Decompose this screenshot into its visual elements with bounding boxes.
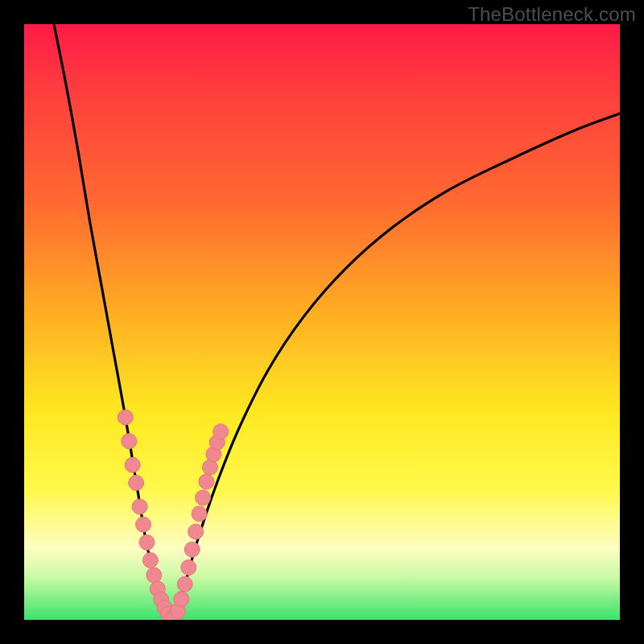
data-marker	[177, 576, 192, 592]
data-marker	[118, 410, 133, 425]
data-marker	[147, 568, 162, 583]
data-marker	[132, 499, 147, 514]
data-marker	[142, 553, 158, 568]
plot-area	[24, 24, 620, 620]
chart-frame: TheBottleneck.com	[0, 0, 644, 644]
data-marker	[199, 474, 214, 489]
data-marker	[122, 434, 137, 449]
data-marker	[181, 559, 196, 575]
data-marker	[129, 475, 144, 490]
left_curve	[54, 24, 173, 620]
data-marker	[213, 424, 229, 440]
data-marker	[136, 517, 151, 532]
curve-layer	[24, 24, 620, 620]
data-marker	[139, 535, 155, 550]
data-marker	[196, 490, 211, 506]
right_curve	[173, 114, 620, 620]
data-marker	[184, 542, 200, 557]
watermark-text: TheBottleneck.com	[468, 3, 636, 26]
data-marker	[125, 457, 140, 473]
data-marker	[188, 524, 204, 539]
data-marker	[192, 506, 207, 522]
data-marker	[174, 592, 189, 607]
